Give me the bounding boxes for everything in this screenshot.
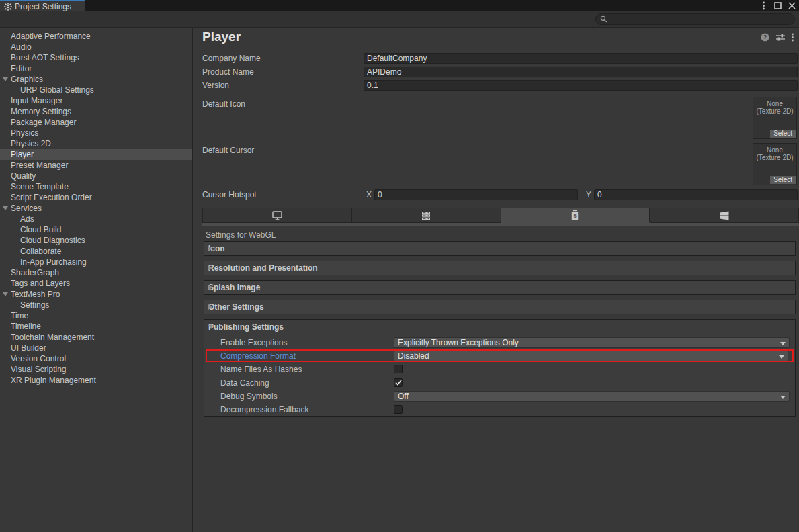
sidebar-item-toolchain-management[interactable]: Toolchain Management: [0, 332, 192, 343]
sidebar-item-collaborate[interactable]: Collaborate: [0, 246, 192, 257]
sidebar-item-quality[interactable]: Quality: [0, 171, 192, 181]
sidebar-item-timeline[interactable]: Timeline: [0, 321, 192, 332]
sidebar-item-urp-global-settings[interactable]: URP Global Settings: [0, 85, 192, 95]
project-settings-window: Project Settings Adaptive PerformanceAud…: [0, 0, 799, 532]
platform-tab-windows-uwp[interactable]: [650, 208, 799, 223]
sidebar-item-audio[interactable]: Audio: [0, 42, 192, 52]
sidebar-item-preset-manager[interactable]: Preset Manager: [0, 160, 192, 171]
section-header-icon[interactable]: Icon: [204, 241, 796, 256]
foldout-closed-icon: [208, 246, 212, 251]
project-settings-tab[interactable]: Project Settings: [0, 0, 85, 11]
sidebar-item-label: Ads: [20, 214, 34, 224]
texture-none-label: None: [753, 100, 796, 107]
cursor-hotspot-x-field[interactable]: 0: [374, 189, 578, 200]
sidebar-item-textmesh-pro[interactable]: TextMesh Pro: [0, 289, 192, 300]
pane-header-icons: ?: [761, 33, 794, 42]
chevron-down-icon: [780, 396, 786, 399]
window-title: Project Settings: [15, 2, 71, 11]
search-input[interactable]: [610, 15, 790, 24]
webgl-icon: 5: [571, 210, 579, 220]
svg-text:?: ?: [763, 34, 767, 40]
sidebar-item-label: UI Builder: [11, 343, 46, 353]
sidebar-item-label: Scene Template: [11, 182, 69, 191]
version-row: Version 0.1: [202, 79, 798, 91]
sidebar-item-tags-and-layers[interactable]: Tags and Layers: [0, 278, 192, 289]
sidebar-item-graphics[interactable]: Graphics: [0, 74, 192, 85]
setting-label: Compression Format: [220, 351, 394, 361]
presets-icon[interactable]: [776, 34, 785, 42]
sidebar-item-label: Quality: [11, 171, 36, 181]
maximize-icon[interactable]: [773, 1, 782, 11]
sidebar-item-in-app-purchasing[interactable]: In-App Purchasing: [0, 257, 192, 267]
texture-type-label: (Texture 2D): [753, 154, 796, 161]
decompression-fallback-checkbox[interactable]: [394, 405, 403, 414]
foldout-open-icon[interactable]: [3, 206, 8, 210]
sidebar-item-cloud-diagnostics[interactable]: Cloud Diagnostics: [0, 235, 192, 246]
data-caching-checkbox[interactable]: [394, 378, 403, 387]
section-header-splash-image[interactable]: Splash Image: [204, 280, 796, 295]
section-header-other-settings[interactable]: Other Settings: [204, 300, 796, 314]
name-files-as-hashes-checkbox[interactable]: [394, 365, 403, 373]
sidebar-item-services[interactable]: Services: [0, 203, 192, 214]
sidebar-item-time[interactable]: Time: [0, 310, 192, 321]
sidebar-item-editor[interactable]: Editor: [0, 63, 192, 74]
sidebar-item-version-control[interactable]: Version Control: [0, 353, 192, 364]
default-cursor-texture-slot[interactable]: None (Texture 2D) Select: [753, 143, 797, 185]
sidebar-item-burst-aot-settings[interactable]: Burst AOT Settings: [0, 52, 192, 63]
sidebar-item-label: Services: [11, 204, 42, 213]
sidebar-item-ads[interactable]: Ads: [0, 214, 192, 224]
chevron-down-icon: [780, 342, 786, 345]
setting-row-enable-exceptions: Enable ExceptionsExplicitly Thrown Excep…: [206, 336, 794, 349]
sidebar-item-package-manager[interactable]: Package Manager: [0, 117, 192, 128]
debug-symbols-dropdown[interactable]: Off: [394, 391, 790, 402]
sidebar-item-label: Package Manager: [11, 118, 76, 127]
platform-tab-webgl[interactable]: 5: [501, 208, 650, 223]
sidebar-item-physics-2d[interactable]: Physics 2D: [0, 138, 192, 149]
sidebar-item-xr-plugin-management[interactable]: XR Plugin Management: [0, 375, 192, 386]
select-button[interactable]: Select: [770, 176, 796, 184]
select-button[interactable]: Select: [770, 130, 796, 138]
publishing-settings-header[interactable]: Publishing Settings: [204, 320, 795, 335]
foldout-open-icon[interactable]: [3, 77, 8, 81]
sidebar-item-script-execution-order[interactable]: Script Execution Order: [0, 192, 192, 203]
sidebar-item-label: TextMesh Pro: [11, 290, 60, 299]
sidebar-item-settings[interactable]: Settings: [0, 300, 192, 310]
publishing-settings-section: Publishing Settings Enable ExceptionsExp…: [204, 319, 796, 417]
company-name-field[interactable]: DefaultCompany: [364, 53, 798, 64]
help-icon[interactable]: ?: [761, 33, 769, 42]
default-icon-texture-slot[interactable]: None (Texture 2D) Select: [753, 97, 797, 139]
sidebar-item-label: Cloud Build: [20, 225, 61, 234]
section-header-resolution-and-presentation[interactable]: Resolution and Presentation: [204, 261, 796, 275]
enable-exceptions-dropdown[interactable]: Explicitly Thrown Exceptions Only: [394, 337, 790, 348]
sidebar-item-label: Graphics: [11, 75, 43, 84]
search-box[interactable]: [595, 13, 795, 25]
cursor-hotspot-y-field[interactable]: 0: [594, 189, 798, 200]
sidebar-item-input-manager[interactable]: Input Manager: [0, 95, 192, 106]
kebab-menu-icon[interactable]: [759, 1, 768, 11]
kebab-menu-icon[interactable]: [792, 33, 794, 42]
setting-row-compression-format: Compression FormatDisabled: [206, 349, 794, 362]
x-axis-label: X: [364, 190, 372, 200]
sidebar-item-ui-builder[interactable]: UI Builder: [0, 343, 192, 353]
sidebar-item-physics[interactable]: Physics: [0, 128, 192, 138]
foldout-open-icon[interactable]: [208, 325, 214, 329]
version-field[interactable]: 0.1: [364, 80, 798, 91]
product-name-field[interactable]: APIDemo: [364, 66, 798, 77]
sidebar-item-memory-settings[interactable]: Memory Settings: [0, 106, 192, 117]
sidebar-item-cloud-build[interactable]: Cloud Build: [0, 224, 192, 235]
platform-tab-standalone-monitor[interactable]: [202, 208, 352, 223]
sidebar-item-scene-template[interactable]: Scene Template: [0, 181, 192, 192]
sidebar-item-label: Toolchain Management: [11, 332, 94, 342]
sidebar-item-player[interactable]: Player: [0, 149, 192, 160]
platform-tab-dedicated-server[interactable]: [352, 208, 501, 223]
sidebar-item-visual-scripting[interactable]: Visual Scripting: [0, 364, 192, 375]
product-name-label: Product Name: [202, 67, 364, 77]
sidebar-item-adaptive-performance[interactable]: Adaptive Performance: [0, 31, 192, 42]
sidebar-item-shadergraph[interactable]: ShaderGraph: [0, 267, 192, 278]
foldout-open-icon[interactable]: [3, 292, 8, 296]
standalone-monitor-icon: [272, 211, 282, 220]
close-icon[interactable]: [787, 1, 796, 11]
sidebar-item-label: XR Plugin Management: [11, 375, 96, 385]
compression-format-dropdown[interactable]: Disabled: [394, 351, 788, 361]
section-title: Other Settings: [208, 302, 264, 312]
